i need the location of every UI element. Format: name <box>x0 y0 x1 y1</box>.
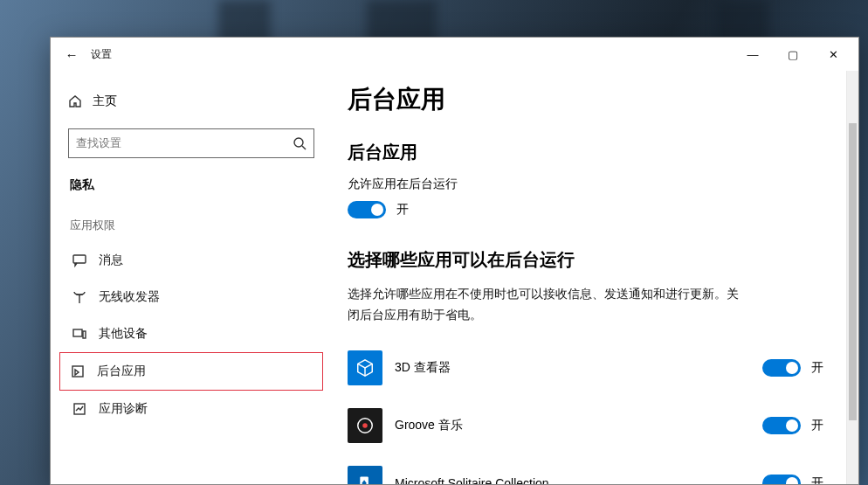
svg-rect-1 <box>73 255 86 263</box>
titlebar: ← 设置 — ▢ ✕ <box>51 38 858 71</box>
disc-icon <box>348 408 382 443</box>
app-name: Groove 音乐 <box>395 418 750 433</box>
sidebar-item-label: 其他设备 <box>99 326 148 342</box>
close-button[interactable]: ✕ <box>813 40 853 68</box>
scrollbar-thumb[interactable] <box>849 123 857 420</box>
choose-apps-desc: 选择允许哪些应用在不使用时也可以接收信息、发送通知和进行更新。关闭后台应用有助于… <box>348 284 749 326</box>
close-icon: ✕ <box>829 48 838 61</box>
sidebar-group: 应用权限 <box>59 218 323 233</box>
section-title: 后台应用 <box>348 141 823 164</box>
search-input[interactable]: 查找设置 <box>68 128 314 158</box>
app-toggle-groove[interactable] <box>762 417 801 434</box>
svg-rect-3 <box>83 331 86 338</box>
app-row-groove: Groove 音乐 开 <box>348 401 823 459</box>
sidebar-item-radios[interactable]: 无线收发器 <box>59 279 323 315</box>
bgapp-icon <box>71 364 85 378</box>
app-toggle-state: 开 <box>811 418 823 433</box>
allow-bg-label: 允许应用在后台运行 <box>348 177 823 192</box>
sidebar: 主页 查找设置 隐私 应用权限 消息 无线收发器 其他设备 <box>51 71 330 484</box>
sidebar-item-app-diagnostics[interactable]: 应用诊断 <box>59 391 323 427</box>
page-title: 后台应用 <box>348 83 823 116</box>
app-row-solitaire: Microsoft Solitaire Collection 开 <box>348 459 823 484</box>
settings-window: ← 设置 — ▢ ✕ 主页 查找设置 隐私 应用权限 <box>50 37 859 485</box>
app-name: Microsoft Solitaire Collection <box>395 476 750 484</box>
cards-icon <box>348 466 382 484</box>
app-row-3d-viewer: 3D 查看器 开 <box>348 343 823 401</box>
home-link[interactable]: 主页 <box>59 87 323 116</box>
app-name: 3D 查看器 <box>395 360 750 376</box>
maximize-button[interactable]: ▢ <box>773 40 813 68</box>
content: 后台应用 后台应用 允许应用在后台运行 开 选择哪些应用可以在后台运行 选择允许… <box>330 71 858 484</box>
minimize-icon: — <box>747 48 759 61</box>
choose-apps-title: 选择哪些应用可以在后台运行 <box>348 248 823 272</box>
svg-rect-2 <box>73 329 82 336</box>
app-toggle-state: 开 <box>811 475 823 484</box>
sidebar-section: 隐私 <box>59 177 323 193</box>
window-title: 设置 <box>91 47 112 62</box>
app-toggle-3d-viewer[interactable] <box>762 359 801 377</box>
sidebar-item-label: 消息 <box>99 253 123 268</box>
svg-point-0 <box>294 138 303 147</box>
scrollbar[interactable] <box>846 71 858 484</box>
sidebar-item-background-apps[interactable]: 后台应用 <box>59 352 323 391</box>
home-icon <box>68 94 82 108</box>
cube-icon <box>348 350 382 385</box>
sidebar-item-other-devices[interactable]: 其他设备 <box>59 315 323 352</box>
sidebar-item-label: 应用诊断 <box>99 401 148 417</box>
allow-bg-toggle[interactable] <box>348 201 386 218</box>
back-button[interactable]: ← <box>56 47 87 62</box>
sidebar-item-label: 无线收发器 <box>99 289 160 305</box>
search-placeholder: 查找设置 <box>76 135 293 151</box>
sidebar-item-messaging[interactable]: 消息 <box>59 242 323 279</box>
arrow-left-icon: ← <box>65 47 79 62</box>
app-toggle-state: 开 <box>811 360 823 376</box>
diag-icon <box>72 402 86 416</box>
sidebar-item-label: 后台应用 <box>97 364 146 379</box>
app-toggle-solitaire[interactable] <box>762 475 801 484</box>
device-icon <box>72 327 86 341</box>
home-label: 主页 <box>93 94 117 109</box>
allow-bg-state: 开 <box>396 202 409 218</box>
maximize-icon: ▢ <box>788 48 798 61</box>
chat-icon <box>72 253 86 267</box>
svg-point-7 <box>362 423 368 428</box>
minimize-button[interactable]: — <box>733 40 773 68</box>
antenna-icon <box>72 290 86 304</box>
search-icon <box>293 136 307 150</box>
